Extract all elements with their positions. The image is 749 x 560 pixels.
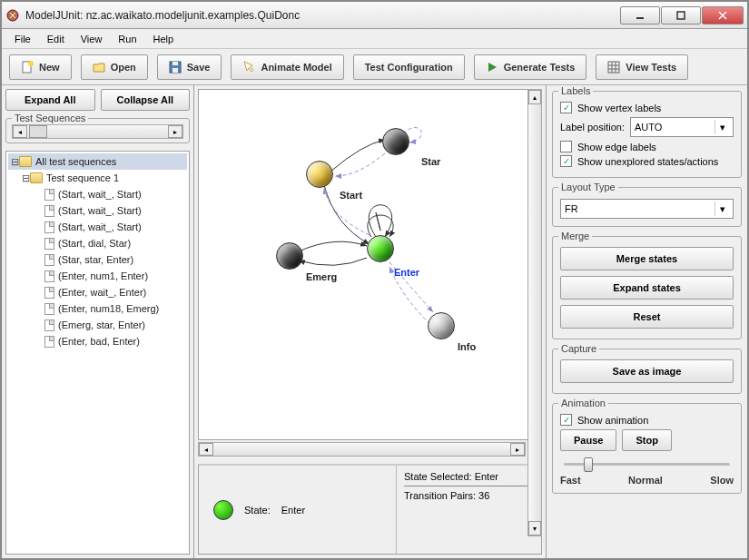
animate-model-button[interactable]: Animate Model	[231, 54, 343, 80]
cursor-icon	[242, 61, 255, 74]
tree-item[interactable]: (Start, dial, Star)	[8, 235, 187, 251]
test-sequences-scrollbar[interactable]: ◂ ▸	[12, 124, 183, 139]
folder-icon	[19, 156, 32, 167]
tree-sequence-node[interactable]: ⊟ Test sequence 1	[8, 170, 187, 186]
graph-vertical-scrollbar[interactable]: ▴ ▾	[527, 89, 542, 536]
menu-file[interactable]: File	[7, 32, 38, 46]
menu-help[interactable]: Help	[146, 32, 182, 46]
tree-item[interactable]: (Start, wait_, Start)	[8, 219, 187, 235]
chevron-down-icon: ▾	[715, 120, 729, 134]
tree-item[interactable]: (Start, wait_, Start)	[8, 186, 187, 202]
expand-all-button[interactable]: Expand All	[5, 89, 95, 111]
state-node-emerg[interactable]	[276, 242, 303, 270]
graph-horizontal-scrollbar[interactable]: ◂ ▸	[198, 442, 526, 457]
folder-icon	[30, 172, 43, 183]
file-icon	[44, 287, 54, 299]
test-sequences-label: Test Sequences	[12, 113, 88, 123]
scroll-right-icon[interactable]: ▸	[510, 443, 525, 456]
test-configuration-button[interactable]: Test Configuration	[353, 54, 465, 80]
expand-states-button[interactable]: Expand states	[560, 276, 734, 300]
layout-type-title: Layout Type	[558, 182, 618, 192]
slider-slow-label: Slow	[710, 475, 734, 486]
tree-toggle-icon[interactable]: ⊟	[10, 156, 19, 168]
tree-item[interactable]: (Enter, wait_, Enter)	[8, 284, 187, 300]
state-node-enter[interactable]	[367, 235, 394, 262]
show-edge-checkbox[interactable]	[560, 141, 572, 152]
merge-states-button[interactable]: Merge states	[560, 247, 734, 270]
tree-item[interactable]: (Enter, bad, Enter)	[8, 333, 187, 349]
labels-group: Labels ✓ Show vertex labels Label positi…	[552, 91, 742, 178]
state-node-info[interactable]	[428, 312, 455, 339]
collapse-all-button[interactable]: Collapse All	[101, 89, 191, 111]
body-area: Expand All Collapse All Test Sequences ◂…	[2, 85, 747, 558]
show-edge-labels-row[interactable]: Show edge labels	[560, 141, 734, 152]
graph-canvas[interactable]: Star Start Emerg Enter Info	[198, 89, 542, 440]
tree-toggle-icon[interactable]: ⊟	[21, 172, 30, 184]
menu-edit[interactable]: Edit	[40, 32, 72, 46]
show-unexplored-row[interactable]: ✓ Show unexplored states/actions	[560, 155, 734, 167]
svg-rect-1	[636, 17, 644, 19]
tree-sequence-label: Test sequence 1	[46, 172, 119, 183]
scroll-left-icon[interactable]: ◂	[199, 443, 213, 456]
menu-view[interactable]: View	[74, 32, 110, 46]
generate-tests-button[interactable]: Generate Tests	[474, 54, 587, 80]
slider-thumb[interactable]	[584, 457, 593, 472]
tree-item[interactable]: (Enter, num1, Enter)	[8, 268, 187, 284]
tree-root-node[interactable]: ⊟ All test sequences	[8, 153, 187, 170]
file-icon	[44, 270, 54, 282]
state-selected-label: State Selected: Enter	[404, 471, 534, 482]
menubar: File Edit View Run Help	[2, 29, 747, 49]
scroll-up-icon[interactable]: ▴	[528, 90, 541, 104]
label-position-select[interactable]: AUTO ▾	[630, 117, 734, 137]
merge-group: Merge Merge states Expand states Reset	[552, 236, 742, 339]
pause-button[interactable]: Pause	[560, 429, 616, 451]
animation-group: Animation ✓ Show animation Pause Stop Fa…	[552, 403, 742, 494]
show-animation-checkbox[interactable]: ✓	[560, 414, 572, 426]
show-unexplored-checkbox[interactable]: ✓	[560, 155, 572, 167]
new-button[interactable]: New	[9, 54, 72, 80]
chevron-down-icon: ▾	[715, 201, 729, 216]
state-node-start[interactable]	[306, 161, 333, 188]
slider-normal-label: Normal	[628, 475, 663, 486]
reset-button[interactable]: Reset	[560, 305, 734, 329]
view-tests-button[interactable]: View Tests	[596, 54, 688, 80]
scroll-right-icon[interactable]: ▸	[168, 125, 182, 138]
label-position-label: Label position:	[560, 122, 625, 133]
svg-rect-8	[608, 62, 619, 73]
show-animation-row[interactable]: ✓ Show animation	[560, 414, 734, 426]
svg-rect-6	[172, 68, 178, 73]
node-label-start: Start	[340, 190, 362, 201]
maximize-button[interactable]	[661, 6, 701, 25]
layout-type-group: Layout Type FR ▾	[552, 187, 742, 227]
tree-item[interactable]: (Star, star, Enter)	[8, 251, 187, 268]
right-panel: Labels ✓ Show vertex labels Label positi…	[546, 85, 747, 558]
show-vertex-labels-row[interactable]: ✓ Show vertex labels	[560, 102, 734, 113]
status-state-icon	[213, 500, 233, 520]
scroll-thumb[interactable]	[29, 125, 47, 138]
test-sequence-tree[interactable]: ⊟ All test sequences ⊟ Test sequence 1 (…	[5, 151, 190, 555]
tree-item[interactable]: (Emerg, star, Enter)	[8, 317, 187, 333]
scroll-left-icon[interactable]: ◂	[13, 125, 27, 138]
save-as-image-button[interactable]: Save as image	[560, 359, 734, 383]
menu-run[interactable]: Run	[111, 32, 143, 46]
test-sequences-group: Test Sequences ◂ ▸	[5, 118, 190, 143]
app-icon	[5, 8, 20, 23]
status-panel: State: Enter State Selected: Enter Trans…	[198, 464, 542, 555]
show-vertex-checkbox[interactable]: ✓	[560, 102, 572, 113]
layout-type-select[interactable]: FR ▾	[560, 199, 734, 219]
divider	[404, 486, 534, 486]
grid-icon	[607, 61, 620, 74]
open-button[interactable]: Open	[81, 54, 148, 80]
window-title: ModelJUnit: nz.ac.waikato.modeljunit.exa…	[25, 9, 620, 22]
save-button[interactable]: Save	[157, 54, 222, 80]
animation-speed-slider[interactable]	[560, 455, 734, 473]
close-button[interactable]	[702, 6, 744, 25]
stop-button[interactable]: Stop	[622, 429, 671, 451]
minimize-button[interactable]	[620, 6, 660, 25]
tree-item[interactable]: (Start, wait_, Start)	[8, 202, 187, 219]
state-node-star[interactable]	[382, 128, 409, 155]
toolbar: New Open Save Animate Model Test Configu…	[2, 49, 747, 85]
tree-item[interactable]: (Enter, num18, Emerg)	[8, 300, 187, 317]
scroll-down-icon[interactable]: ▾	[528, 521, 541, 535]
play-icon	[486, 61, 498, 74]
